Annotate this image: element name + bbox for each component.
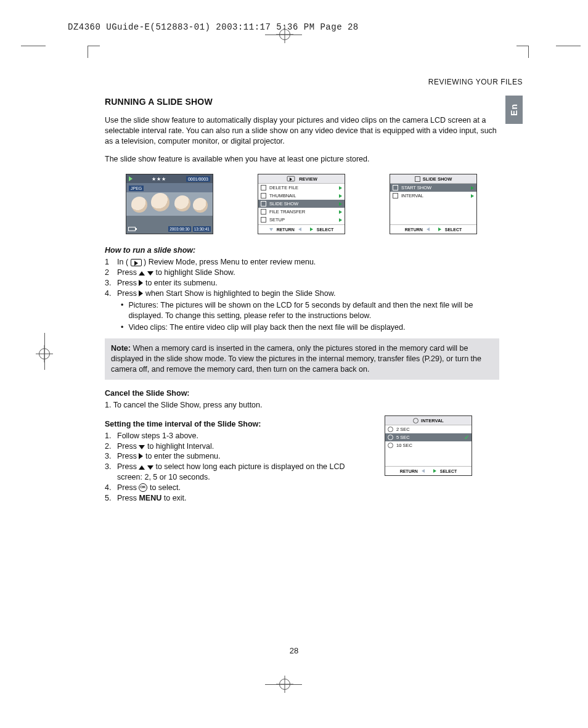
crop-mark-icon <box>265 684 302 685</box>
right-arrow-icon <box>339 186 342 190</box>
right-arrow-icon <box>339 218 342 222</box>
page-number: 28 <box>290 646 298 655</box>
clock-icon <box>413 418 419 423</box>
right-arrow-icon <box>139 290 143 297</box>
menu-item: DELETE FILE <box>258 184 345 192</box>
step-item: 4.Press to select. <box>105 483 370 493</box>
menu-item-empty <box>385 449 472 457</box>
menu-item-empty <box>390 208 476 216</box>
menu-item: 10 SEC <box>385 441 472 449</box>
step-item: 3.Press to select how long each picture … <box>105 462 370 483</box>
howto-bullets: Pictures: The pictures will be shown on … <box>121 300 499 333</box>
step-item: 5.Press MENU to exit. <box>105 493 370 504</box>
menu-item: FILE TRANSFER <box>258 208 345 216</box>
running-header: REVIEWING YOUR FILES <box>428 78 523 86</box>
trash-icon <box>261 185 266 190</box>
crop-mark-icon <box>44 333 45 370</box>
step-item: 3.Press to enter its submenu. <box>105 278 499 288</box>
menu-title: SLIDE SHOW <box>423 176 452 182</box>
howto-steps: 1In ( ) Review Mode, press Menu to enter… <box>105 257 499 332</box>
down-arrow-icon <box>269 228 273 231</box>
step-item: 2.Press to highlight Interval. <box>105 441 370 452</box>
crop-mark-icon <box>21 46 46 46</box>
intro-paragraph-2: The slide show feature is available when… <box>105 154 499 165</box>
intro-paragraph-1: Use the slide show feature to automatica… <box>105 115 499 147</box>
right-arrow-icon <box>471 186 474 190</box>
step-item: 1In ( ) Review Mode, press Menu to enter… <box>105 257 499 268</box>
lcd-review-menu: REVIEW DELETE FILE THUMBNAIL SLIDE SHOW … <box>258 174 345 234</box>
menu-item-empty <box>385 457 472 465</box>
page: DZ4360 UGuide-E(512883-01) 2003:11:17 5:… <box>0 0 588 728</box>
slideshow-icon <box>415 176 420 182</box>
clock-icon <box>388 443 393 448</box>
timestamp: 2003:08:3013:30:41 <box>168 226 211 232</box>
menu-item-empty <box>390 216 476 224</box>
setup-icon <box>261 217 266 223</box>
lcd-photo-review: ★★★ 0001/0003 JPEG 2003:08:3013:30:41 <box>126 174 213 234</box>
bullet-item: Video clips: The entire video clip will … <box>121 322 499 333</box>
setinterval-steps: 1.Follow steps 1-3 above. 2.Press to hig… <box>105 431 370 504</box>
crop-mark-icon <box>556 46 581 46</box>
lcd-figures-row: ★★★ 0001/0003 JPEG 2003:08:3013:30:41 RE… <box>126 174 477 234</box>
crop-mark-icon <box>265 35 302 35</box>
right-arrow-icon <box>310 227 313 231</box>
step-item: 1.Follow steps 1-3 above. <box>105 431 370 441</box>
right-arrow-icon <box>471 194 474 198</box>
clock-icon <box>393 193 398 198</box>
transfer-icon <box>261 209 266 215</box>
step-item: 3.Press to enter the submenu. <box>105 451 370 462</box>
note-box: Note: When a memory card is inserted in … <box>105 338 499 380</box>
down-arrow-icon <box>147 465 153 470</box>
menu-item-selected: START SHOW <box>390 184 476 192</box>
up-arrow-icon <box>139 465 145 470</box>
print-job-header: DZ4360 UGuide-E(512883-01) 2003:11:17 5:… <box>68 22 359 32</box>
menu-item: INTERVAL <box>390 192 476 200</box>
down-arrow-icon <box>147 271 153 276</box>
page-title: RUNNING A SLIDE SHOW <box>105 96 499 108</box>
ok-icon <box>139 483 147 492</box>
menu-item: SETUP <box>258 216 345 224</box>
left-arrow-icon <box>427 227 430 231</box>
file-counter: 0001/0003 <box>186 176 210 182</box>
note-label: Note: <box>111 344 131 353</box>
slideshow-icon <box>261 201 266 207</box>
menu-item-empty <box>390 200 476 208</box>
right-arrow-icon <box>339 202 342 206</box>
lcd-slideshow-menu: SLIDE SHOW START SHOW INTERVAL RETURN SE… <box>390 174 477 234</box>
photo-thumbnail <box>126 183 213 225</box>
lcd-interval-menu: INTERVAL 2 SEC 5 SEC✓ 10 SEC RETURN SELE… <box>385 415 472 476</box>
menu-item: 2 SEC <box>385 425 472 433</box>
left-arrow-icon <box>422 469 425 473</box>
play-icon <box>131 259 142 266</box>
clock-icon <box>388 427 393 432</box>
menu-title: REVIEW <box>299 176 317 182</box>
crop-mark-icon <box>88 46 100 58</box>
language-tab: En <box>505 96 523 124</box>
howto-heading: How to run a slide show: <box>105 245 499 256</box>
right-arrow-icon <box>339 194 342 198</box>
step-item: 2Press to highlight Slide Show. <box>105 268 499 278</box>
right-arrow-icon <box>433 469 436 473</box>
right-arrow-icon <box>139 280 143 286</box>
left-arrow-icon <box>298 227 301 231</box>
note-text: When a memory card is inserted in the ca… <box>111 344 481 374</box>
bullet-item: Pictures: The pictures will be shown on … <box>121 300 499 321</box>
grid-icon <box>261 193 266 198</box>
menu-title: INTERVAL <box>421 418 444 423</box>
crop-mark-icon <box>517 46 529 58</box>
check-icon: ✓ <box>464 434 469 441</box>
cancel-heading: Cancel the Slide Show: <box>105 388 499 399</box>
step-item: 4.Press when Start Show is highlighted t… <box>105 288 499 299</box>
battery-icon <box>128 227 136 231</box>
language-tab-label: En <box>509 104 519 116</box>
down-arrow-icon <box>139 445 145 449</box>
menu-item-selected: SLIDE SHOW <box>258 200 345 208</box>
right-arrow-icon <box>139 453 143 459</box>
menu-item: THUMBNAIL <box>258 192 345 200</box>
lcd-interval-figure: INTERVAL 2 SEC 5 SEC✓ 10 SEC RETURN SELE… <box>385 415 472 476</box>
menu-item-selected: 5 SEC✓ <box>385 433 472 441</box>
right-arrow-icon <box>438 227 441 231</box>
play-icon <box>287 176 295 181</box>
cancel-step: 1. To cancel the Slide Show, press any b… <box>105 400 499 411</box>
up-arrow-icon <box>139 271 145 276</box>
